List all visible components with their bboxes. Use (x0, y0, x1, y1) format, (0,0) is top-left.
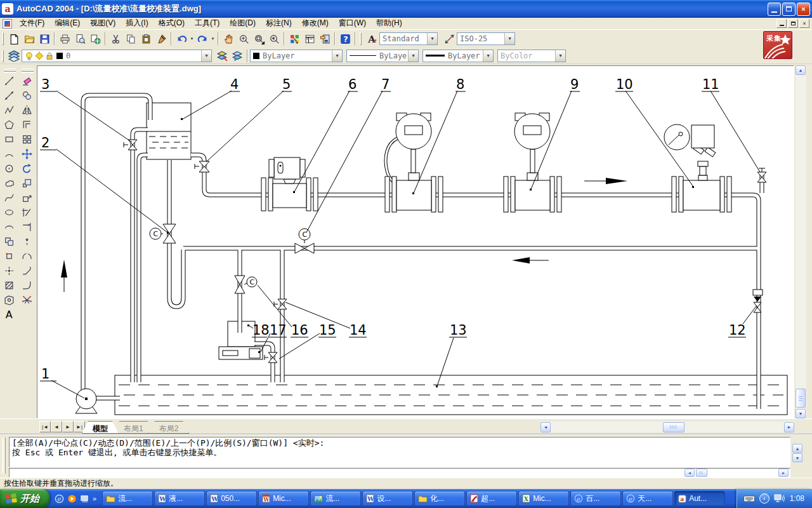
tab-model[interactable]: 模型 (82, 421, 119, 434)
close-button[interactable]: × (797, 3, 810, 16)
combo-arrow-icon[interactable]: ▼ (332, 50, 342, 62)
tool-break-at-point[interactable] (19, 234, 35, 249)
display-volume-icon[interactable] (774, 494, 785, 503)
task-folder-1[interactable]: 流... (102, 491, 153, 506)
command-history[interactable]: [全部(A)/中心点(C)/动态(D)/范围(E)/上一个(P)/比例(S)/窗… (9, 437, 790, 467)
tool-explode[interactable] (19, 293, 35, 307)
tool-move[interactable] (19, 147, 35, 161)
command-scroll-down-icon[interactable]: ▼ (792, 453, 802, 462)
layer-previous-button[interactable] (230, 48, 245, 64)
match-properties-button[interactable] (154, 31, 169, 46)
mdi-minimize-button[interactable] (776, 19, 787, 28)
command-input[interactable]: ◄ ► (9, 468, 790, 478)
pan-button[interactable] (221, 31, 236, 46)
tool-point[interactable] (1, 264, 17, 278)
tool-palettes-button[interactable] (317, 31, 332, 46)
combo-arrow-icon[interactable]: ▼ (201, 50, 211, 62)
tool-insert-block[interactable] (1, 234, 17, 249)
start-button[interactable]: 开始 (0, 489, 49, 508)
help-button[interactable]: ? (337, 31, 353, 46)
copy-button[interactable] (123, 31, 138, 46)
scroll-down-icon[interactable]: ▼ (796, 409, 806, 418)
ie-quicklaunch-icon[interactable]: e (55, 494, 64, 504)
tool-ellipse[interactable] (1, 205, 17, 220)
task-folder-2[interactable]: 化... (414, 491, 465, 506)
menu-window[interactable]: 窗口(W) (334, 17, 371, 30)
horizontal-scrollbar[interactable]: ◄ ► (540, 422, 794, 432)
tool-rotate[interactable] (19, 161, 35, 176)
print-preview-button[interactable] (72, 31, 88, 46)
palette-grip[interactable] (22, 69, 34, 72)
text-style-combo[interactable]: Standard▼ (379, 32, 438, 45)
tab-first-button[interactable]: |◄ (39, 421, 51, 432)
command-mini-scrollbar[interactable]: ◄ ► (684, 469, 789, 477)
tool-polyline[interactable] (1, 103, 17, 117)
tool-polygon[interactable] (1, 117, 17, 132)
title-bar[interactable]: a AutoCAD 2004 - [D:\流量校准\流量校准装置.dwg] × (0, 0, 812, 18)
combo-arrow-icon[interactable]: ▼ (504, 33, 514, 44)
layer-combo[interactable]: 0 ▼ (22, 50, 212, 62)
mdi-close-button[interactable]: × (799, 19, 809, 28)
toolbar-grip[interactable] (2, 50, 4, 62)
design-center-button[interactable] (302, 31, 317, 46)
menu-edit[interactable]: 编辑(E) (49, 17, 85, 30)
open-button[interactable] (22, 31, 37, 46)
tab-last-button[interactable]: ►| (74, 421, 85, 432)
task-autocad[interactable]: aAut... (674, 491, 725, 506)
text-style-button[interactable]: A (364, 31, 379, 46)
tool-break[interactable] (19, 249, 35, 264)
undo-button[interactable] (174, 31, 189, 46)
tool-array[interactable] (19, 132, 35, 147)
tool-construction-line[interactable] (1, 88, 17, 103)
tool-fillet[interactable] (19, 278, 35, 293)
linetype-combo[interactable]: ByLayer ▼ (346, 50, 419, 62)
tool-erase[interactable] (19, 74, 35, 88)
menu-view[interactable]: 视图(V) (85, 17, 121, 30)
caiji-plugin-button[interactable]: 采集 (763, 31, 792, 59)
cut-button[interactable] (108, 31, 123, 46)
task-ie-1[interactable]: e百... (570, 491, 621, 506)
task-word-1[interactable]: W液... (154, 491, 205, 506)
scroll-left-icon[interactable]: ◄ (540, 422, 551, 432)
tool-ellipse-arc[interactable] (1, 220, 17, 234)
tool-trim[interactable] (19, 205, 35, 220)
tab-next-button[interactable]: ► (62, 421, 74, 432)
tab-layout1[interactable]: 布局1 (113, 421, 154, 434)
toolbar-grip[interactable] (2, 32, 4, 45)
mini-scroll-thumb[interactable] (696, 469, 707, 477)
tool-extend[interactable] (19, 220, 35, 234)
palette-grip[interactable] (4, 69, 16, 72)
lineweight-combo[interactable]: ByLayer ▼ (422, 50, 494, 62)
keyboard-icon[interactable] (743, 495, 755, 503)
menu-draw[interactable]: 绘图(D) (225, 17, 261, 30)
quicklaunch-more-icon[interactable]: » (93, 495, 96, 502)
tool-circle[interactable] (1, 161, 17, 176)
scroll-up-icon[interactable]: ▲ (796, 65, 806, 75)
dim-style-button[interactable] (442, 31, 457, 46)
layer-states-button[interactable] (214, 48, 230, 64)
mdi-restore-button[interactable] (788, 19, 798, 28)
tool-line[interactable] (1, 74, 17, 88)
layers-button[interactable] (6, 48, 22, 64)
tool-spline[interactable] (1, 190, 17, 205)
restore-button[interactable] (782, 3, 796, 16)
command-window-grip[interactable] (2, 438, 6, 474)
combo-arrow-icon[interactable]: ▼ (408, 50, 418, 62)
print-button[interactable] (57, 31, 72, 46)
task-image[interactable]: 流... (310, 491, 361, 506)
menu-insert[interactable]: 插入(I) (121, 17, 153, 30)
tool-chamfer[interactable] (19, 264, 35, 278)
tab-prev-button[interactable]: ◄ (51, 421, 62, 432)
publish-button[interactable] (88, 31, 103, 46)
menu-format[interactable]: 格式(O) (154, 17, 190, 30)
drawing-file-icon[interactable] (3, 19, 12, 29)
zoom-window-button[interactable] (251, 31, 266, 46)
menu-help[interactable]: 帮助(H) (371, 17, 407, 30)
show-desktop-icon[interactable] (80, 494, 89, 504)
tool-mirror[interactable] (19, 103, 35, 117)
combo-arrow-icon[interactable]: ▼ (427, 33, 437, 44)
menu-modify[interactable]: 修改(M) (297, 17, 334, 30)
task-ssreader[interactable]: 超... (466, 491, 517, 506)
tab-layout2[interactable]: 布局2 (148, 421, 190, 434)
combo-arrow-icon[interactable]: ▼ (483, 50, 493, 62)
